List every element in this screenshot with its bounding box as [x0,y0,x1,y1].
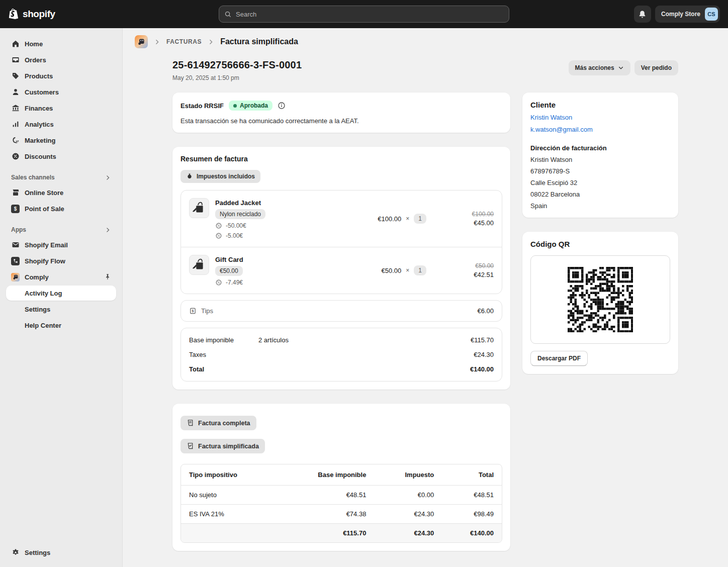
final-price: €45.00 [449,219,494,227]
discount-seal-icon [215,222,222,229]
sidebar-item-discounts[interactable]: Discounts [6,149,116,164]
sidebar-item-help-center[interactable]: Help Center [6,318,116,333]
bell-icon [638,10,647,19]
total-row: Total €140.00 [189,365,494,373]
table-footer-row: €115.70 €24.30 €140.00 [181,523,502,542]
sidebar-item-analytics[interactable]: Analytics [6,117,116,132]
store-menu[interactable]: Comply Store CS [655,6,720,23]
info-icon[interactable] [278,102,286,110]
sidebar-item-comply[interactable]: Comply [6,269,116,285]
sidebar-item-customers[interactable]: Customers [6,84,116,100]
discount-row: -5.00€ [215,232,265,239]
email-icon [11,241,20,249]
sidebar-item-online-store[interactable]: Online Store [6,185,116,200]
line-items: Padded Jacket Nylon reciclado -50.00€ [180,190,502,294]
sales-channels-header[interactable]: Sales channels [6,174,116,181]
storefront-icon [11,188,20,197]
search-input[interactable] [236,11,504,18]
discount-seal-icon [215,279,222,286]
gear-icon [11,548,20,557]
simplified-invoice-button[interactable]: Factura simplificada [180,439,265,453]
full-invoice-button[interactable]: Factura completa [180,416,256,430]
receipt-icon [187,419,194,427]
taxes-row: Taxes €24.30 [189,351,494,358]
sidebar-item-settings[interactable]: Settings [6,545,116,560]
quantity-badge: 1 [414,265,426,275]
apps-header[interactable]: Apps [6,226,116,233]
sidebar: Home Orders Products Customers Finances … [0,28,123,567]
pos-icon: $ [11,205,20,213]
chevron-down-icon [618,65,624,71]
line-item: Padded Jacket Nylon reciclado -50.00€ [181,191,502,247]
sidebar-item-shopify-flow[interactable]: Shopify Flow [6,253,116,268]
shopify-logo[interactable]: shopify [8,8,55,20]
tips-value: €6.00 [477,307,494,315]
customer-name-link[interactable]: Kristin Watson [530,114,670,121]
variant-badge: Nylon reciclado [215,209,265,219]
store-name: Comply Store [661,11,700,18]
table-row: ES IVA 21% €74.38 €24.30 €98.49 [181,504,502,523]
invoice-summary-card: Resumen de factura Impuestos incluidos [172,147,510,390]
multiply-sign: × [406,267,409,274]
table-header-row: Tipo impositivo Base imponible Impuesto … [181,464,502,485]
discount-row: -50.00€ [215,222,265,229]
shopify-bag-icon [8,8,19,20]
receipt-check-icon [187,442,194,450]
line-item: Gift Card €50.00 -7.49€ [181,247,502,294]
customer-email-link[interactable]: k.watson@gmail.com [530,126,670,133]
download-pdf-button[interactable]: Descargar PDF [530,351,588,366]
tax-breakdown-table: Tipo impositivo Base imponible Impuesto … [180,464,502,543]
global-search[interactable] [219,6,509,23]
sidebar-item-marketing[interactable]: Marketing [6,133,116,148]
multiply-sign: × [406,215,409,222]
taxes-included-badge: Impuestos incluidos [180,170,260,183]
tag-icon [11,72,20,80]
subtotal-row: Base imponible 2 artículos €115.70 [189,336,494,344]
discount-seal-icon [215,232,222,239]
sidebar-item-finances[interactable]: Finances [6,101,116,116]
shopify-wordmark: shopify [23,9,55,20]
sidebar-item-shopify-email[interactable]: Shopify Email [6,237,116,252]
product-image [189,255,209,275]
notifications-button[interactable] [634,6,651,23]
final-price: €42.51 [449,271,494,278]
sidebar-item-orders[interactable]: Orders [6,52,116,67]
unit-price: €50.00 [382,267,402,274]
tips-label: Tips [201,307,473,315]
green-dot-icon [233,104,237,108]
qr-title: Código QR [530,240,670,248]
sidebar-main-nav: Home Orders Products Customers Finances … [0,36,122,165]
flow-icon [11,257,20,265]
pin-icon[interactable] [104,273,111,280]
sidebar-item-activity-log[interactable]: Activity Log [6,286,116,301]
sidebar-item-comply-settings[interactable]: Settings [6,302,116,317]
product-image [189,198,209,218]
page-title-block: 25-61492756666-3-FS-0001 May 20, 2025 at… [172,59,302,81]
chevron-right-icon [105,174,111,181]
view-order-button[interactable]: Ver pedido [634,60,678,75]
sidebar-item-home[interactable]: Home [6,36,116,51]
sidebar-item-point-of-sale[interactable]: $ Point of Sale [6,201,116,216]
comply-app-icon[interactable] [135,35,148,48]
search-icon [224,11,232,18]
breadcrumb: FACTURAS Factura simplificada [123,28,728,52]
qr-card: Código QR Descargar PDF [522,232,678,374]
more-actions-button[interactable]: Más acciones [569,60,630,75]
percent-icon [11,152,20,161]
totals-section: Base imponible 2 artículos €115.70 Taxes… [180,328,502,382]
chevron-right-icon [208,39,214,45]
breadcrumb-current: Factura simplificada [220,37,298,46]
qr-code [568,267,633,333]
rrsif-status-message: Esta transacción se ha comunicado correc… [180,117,502,125]
rrsif-status-card: Estado RRSIF Aprobada Esta transacción s… [172,92,510,133]
variant-badge: €50.00 [215,266,243,276]
rrsif-status-label: Estado RRSIF [180,102,224,110]
breadcrumb-facturas[interactable]: FACTURAS [166,38,202,45]
status-badge: Aprobada [229,101,272,111]
main-content: FACTURAS Factura simplificada 25-6149275… [123,28,728,567]
invoice-number: 25-61492756666-3-FS-0001 [172,59,302,71]
sidebar-item-products[interactable]: Products [6,68,116,83]
top-bar: shopify Comply Store CS [0,0,728,28]
billing-address-title: Dirección de facturación [530,144,670,152]
original-price: €100.00 [449,211,494,218]
